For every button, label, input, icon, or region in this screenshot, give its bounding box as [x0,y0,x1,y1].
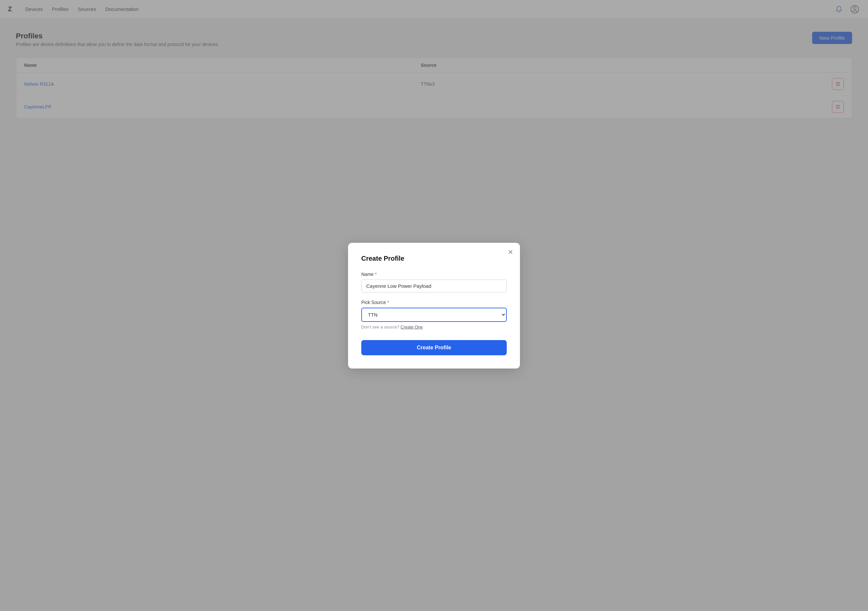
name-required-star: * [375,272,377,277]
source-required-star: * [388,300,389,305]
modal-title: Create Profile [361,255,507,262]
source-label: Pick Source * [361,300,507,305]
source-form-group: Pick Source * TTN TTNv3 ChirpStack Other… [361,300,507,330]
name-input[interactable] [361,280,507,292]
name-form-group: Name * [361,272,507,292]
name-label: Name * [361,272,507,277]
create-profile-modal: ✕ Create Profile Name * Pick Source * TT… [348,243,520,368]
source-hint: Don't see a source? Create One [361,325,507,330]
source-select[interactable]: TTN TTNv3 ChirpStack Other [361,308,507,322]
modal-close-button[interactable]: ✕ [508,249,513,255]
modal-overlay[interactable]: ✕ Create Profile Name * Pick Source * TT… [0,0,868,611]
create-source-link[interactable]: Create One [401,325,423,330]
create-profile-button[interactable]: Create Profile [361,340,507,355]
